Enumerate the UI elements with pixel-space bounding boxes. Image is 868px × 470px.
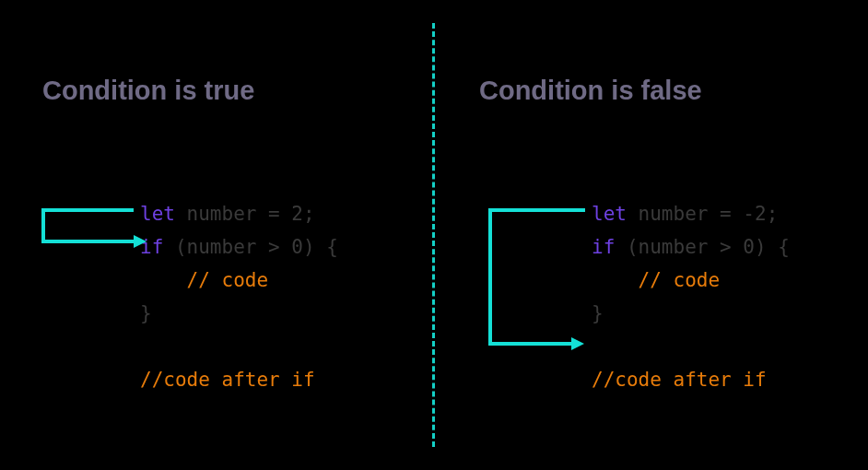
left-line-close-brace: } bbox=[140, 302, 152, 324]
if-rest: (number > 0) { bbox=[163, 236, 338, 258]
svg-marker-1 bbox=[571, 337, 584, 350]
right-panel-title: Condition is false bbox=[479, 76, 702, 106]
flow-arrow-left bbox=[41, 198, 189, 253]
let-rest: number = -2; bbox=[627, 203, 778, 225]
if-rest: (number > 0) { bbox=[615, 236, 790, 258]
left-panel-title: Condition is true bbox=[42, 76, 254, 106]
left-line-after-if: //code after if bbox=[140, 369, 315, 391]
svg-marker-0 bbox=[134, 235, 147, 248]
flow-arrow-right bbox=[488, 198, 636, 373]
left-line-code-comment: // code bbox=[140, 269, 268, 291]
vertical-divider bbox=[432, 23, 435, 447]
let-rest: number = 2; bbox=[175, 203, 315, 225]
